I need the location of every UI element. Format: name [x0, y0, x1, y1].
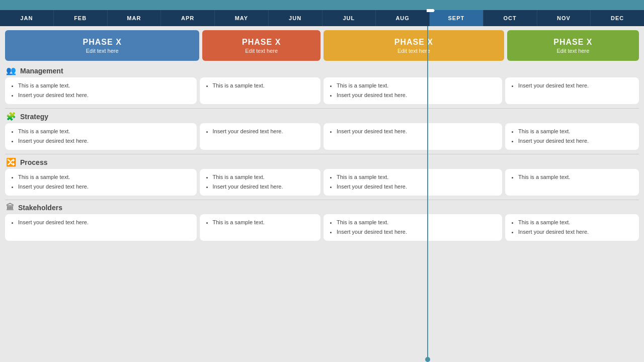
month-header: JANFEBMARAPRMAYJUNJULAUGSEPTOCTNOVDEC: [0, 10, 644, 26]
cards-row-1: This is a sample text.Insert your desire…: [5, 123, 639, 152]
month-cell-oct: OCT: [484, 10, 537, 26]
card-item: Insert your desired text here.: [518, 228, 633, 236]
section-title-1: Strategy: [20, 113, 48, 121]
card-s2-c0[interactable]: This is a sample text.Insert your desire…: [5, 169, 197, 196]
card-s3-c2[interactable]: This is a sample text.Insert your desire…: [324, 214, 502, 241]
month-cell-nov: NOV: [537, 10, 591, 26]
section-header-1: 🧩 Strategy: [5, 110, 639, 123]
sections-container: 👥 Management This is a sample text.Inser…: [0, 64, 644, 245]
card-item: Insert your desired text here.: [213, 127, 314, 136]
card-item: This is a sample text.: [518, 173, 633, 182]
phase-row: PHASE X Edit text here PHASE X Edit text…: [0, 26, 644, 64]
section-icon-0: 👥: [6, 66, 16, 75]
card-item: This is a sample text.: [213, 218, 314, 227]
section-title-3: Stakeholders: [18, 204, 62, 212]
card-item: This is a sample text.: [518, 127, 633, 136]
card-item: Insert your desired text here.: [337, 228, 496, 236]
month-cell-apr: APR: [161, 10, 215, 26]
month-cell-jul: JUL: [323, 10, 376, 26]
card-item: Insert your desired text here.: [18, 218, 191, 227]
month-cell-mar: MAR: [108, 10, 162, 26]
month-cell-may: MAY: [215, 10, 269, 26]
card-s2-c2[interactable]: This is a sample text.Insert your desire…: [324, 169, 502, 196]
card-item: This is a sample text.: [18, 173, 191, 182]
section-title-2: Process: [20, 158, 47, 166]
month-cell-dec: DEC: [591, 10, 644, 26]
card-s1-c1[interactable]: Insert your desired text here.: [200, 123, 320, 150]
phase-block-4[interactable]: PHASE X Edit text here: [507, 30, 639, 61]
phase-title-1: PHASE X: [83, 38, 122, 47]
card-s1-c2[interactable]: Insert your desired text here.: [324, 123, 502, 150]
card-item: This is a sample text.: [337, 218, 496, 227]
phase-block-2[interactable]: PHASE X Edit text here: [202, 30, 320, 61]
phase-sub-3: Edit text here: [397, 48, 430, 54]
phase-sub-1: Edit text here: [86, 48, 119, 54]
page-title: [0, 0, 644, 10]
phase-sub-4: Edit text here: [556, 48, 589, 54]
main-container: JANFEBMARAPRMAYJUNJULAUGSEPTOCTNOVDEC PH…: [0, 0, 644, 362]
card-item: Insert your desired text here.: [518, 81, 633, 90]
phase-title-2: PHASE X: [242, 38, 281, 47]
card-s1-c3[interactable]: This is a sample text.Insert your desire…: [505, 123, 639, 150]
card-s3-c1[interactable]: This is a sample text.: [200, 214, 320, 241]
card-item: This is a sample text.: [213, 173, 314, 182]
card-item: Insert your desired text here.: [337, 183, 496, 191]
phase-title-4: PHASE X: [553, 38, 592, 47]
section-strategy: 🧩 Strategy This is a sample text.Insert …: [0, 110, 644, 152]
cards-row-3: Insert your desired text here.This is a …: [5, 214, 639, 243]
section-icon-2: 🔀: [6, 157, 16, 167]
section-management: 👥 Management This is a sample text.Inser…: [0, 64, 644, 106]
card-s3-c3[interactable]: This is a sample text.Insert your desire…: [505, 214, 639, 241]
phase-block-1[interactable]: PHASE X Edit text here: [5, 30, 199, 61]
card-s0-c1[interactable]: This is a sample text.: [200, 77, 320, 104]
card-item: This is a sample text.: [18, 81, 191, 90]
month-cell-jun: JUN: [269, 10, 323, 26]
card-s2-c3[interactable]: This is a sample text.: [505, 169, 639, 196]
section-process: 🔀 Process This is a sample text.Insert y…: [0, 155, 644, 198]
card-s3-c0[interactable]: Insert your desired text here.: [5, 214, 197, 241]
card-item: This is a sample text.: [18, 127, 191, 136]
card-item: This is a sample text.: [337, 81, 496, 90]
month-cell-sept: SEPT: [430, 10, 484, 26]
section-header-0: 👥 Management: [5, 64, 639, 77]
card-item: Insert your desired text here.: [337, 91, 496, 100]
card-s0-c0[interactable]: This is a sample text.Insert your desire…: [5, 77, 197, 104]
card-item: Insert your desired text here.: [18, 183, 191, 191]
section-icon-1: 🧩: [6, 112, 16, 121]
section-divider-0: [5, 108, 639, 109]
content-area: PHASE X Edit text here PHASE X Edit text…: [0, 26, 644, 362]
phase-block-3[interactable]: PHASE X Edit text here: [324, 30, 504, 61]
card-item: Insert your desired text here.: [18, 91, 191, 100]
card-s2-c1[interactable]: This is a sample text.Insert your desire…: [200, 169, 320, 196]
phase-sub-2: Edit text here: [245, 48, 278, 54]
card-s0-c3[interactable]: Insert your desired text here.: [505, 77, 639, 104]
section-stakeholders: 🏛 Stakeholders Insert your desired text …: [0, 201, 644, 243]
cards-row-0: This is a sample text.Insert your desire…: [5, 77, 639, 106]
card-s0-c2[interactable]: This is a sample text.Insert your desire…: [324, 77, 502, 104]
card-item: Insert your desired text here.: [518, 137, 633, 145]
card-item: This is a sample text.: [337, 173, 496, 182]
card-item: This is a sample text.: [518, 218, 633, 227]
section-header-3: 🏛 Stakeholders: [5, 201, 639, 214]
section-divider-2: [5, 200, 639, 200]
today-line-dot: [425, 357, 430, 362]
month-cell-aug: AUG: [376, 10, 430, 26]
card-item: Insert your desired text here.: [18, 137, 191, 145]
card-item: This is a sample text.: [213, 81, 314, 90]
month-cell-feb: FEB: [54, 10, 108, 26]
today-line: [427, 26, 428, 362]
section-header-2: 🔀 Process: [5, 155, 639, 169]
card-item: Insert your desired text here.: [337, 127, 496, 136]
card-item: Insert your desired text here.: [213, 183, 314, 191]
card-s1-c0[interactable]: This is a sample text.Insert your desire…: [5, 123, 197, 150]
section-title-0: Management: [20, 67, 63, 75]
section-icon-3: 🏛: [6, 203, 14, 212]
cards-row-2: This is a sample text.Insert your desire…: [5, 169, 639, 198]
month-cell-jan: JAN: [0, 10, 54, 26]
today-flag: [427, 9, 435, 12]
section-divider-1: [5, 154, 639, 154]
